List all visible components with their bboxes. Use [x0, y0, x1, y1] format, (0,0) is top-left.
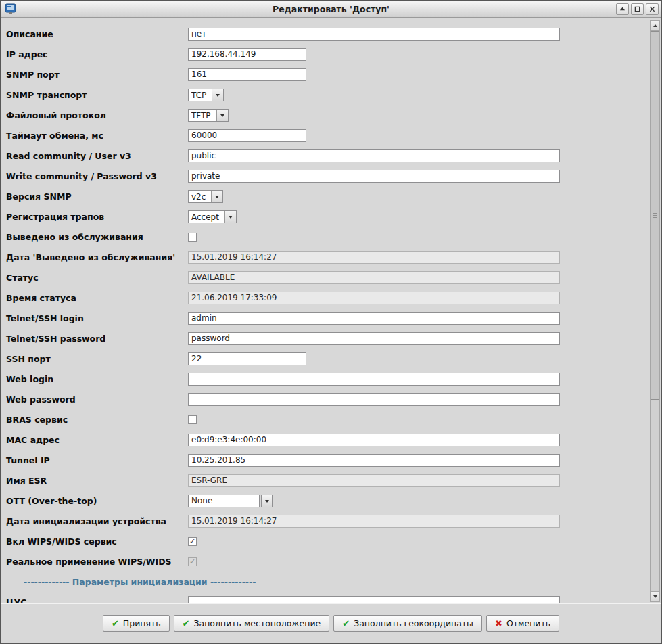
dropdown[interactable]: TFTP	[188, 109, 229, 122]
vertical-scrollbar[interactable]	[650, 20, 660, 602]
text-input[interactable]	[188, 48, 306, 61]
text-input[interactable]	[188, 68, 306, 81]
field-label: OTT (Over-the-top)	[6, 496, 188, 506]
dropdown-value: v2c	[189, 191, 211, 202]
cancel-button[interactable]: ✖ Отменить	[486, 615, 559, 632]
dropdown-value: Accept	[189, 211, 224, 223]
fill-location-button[interactable]: ✔ Заполнить местоположение	[174, 615, 330, 632]
form-scroll-area: ОписаниеIP адресSNMP портSNMP транспортT…	[1, 18, 661, 603]
field-label: Статус	[6, 273, 188, 283]
checkbox: ✓	[188, 557, 197, 566]
field-label: Write community / Password v3	[6, 171, 188, 181]
text-input[interactable]	[188, 393, 560, 406]
form-row: Версия SNMPv2c	[6, 186, 661, 206]
chevron-down-icon[interactable]	[261, 495, 273, 507]
readonly-field	[188, 292, 560, 304]
dropdown-value: TCP	[189, 89, 212, 101]
form-row: MAC адрес	[6, 430, 661, 450]
scrollbar-thumb[interactable]	[651, 31, 659, 400]
dropdown[interactable]: TCP	[188, 89, 224, 101]
window-title: Редактировать 'Доступ'	[1, 4, 661, 14]
check-icon: ✔	[183, 619, 190, 628]
dropdown-value: TFTP	[189, 110, 216, 121]
form-row: SSH порт	[6, 348, 661, 369]
form-row: Регистрация траповAccept	[6, 206, 661, 227]
form-row: Дата инициализации устройства	[6, 511, 661, 531]
dropdown[interactable]: Accept	[188, 210, 237, 223]
text-input[interactable]	[188, 373, 560, 386]
accept-button[interactable]: ✔ Принять	[103, 615, 170, 632]
form-row: Время статуса	[6, 288, 661, 308]
titlebar[interactable]: Редактировать 'Доступ'	[1, 1, 661, 18]
field-label: Дата инициализации устройства	[6, 516, 188, 526]
text-input[interactable]	[188, 312, 560, 325]
edit-form: ОписаниеIP адресSNMP портSNMP транспортT…	[6, 24, 661, 603]
form-row: Write community / Password v3	[6, 166, 661, 186]
check-icon: ✔	[112, 619, 119, 628]
text-input[interactable]	[188, 434, 560, 446]
field-label: Имя ESR	[6, 476, 188, 486]
editable-dropdown	[188, 495, 273, 507]
readonly-field	[188, 515, 560, 528]
section-header: ------------- Параметры инициализации --…	[6, 577, 256, 587]
checkbox[interactable]	[188, 233, 197, 242]
text-input[interactable]	[188, 352, 306, 365]
form-row: IP адрес	[6, 44, 661, 64]
field-label: Таймаут обмена, мс	[6, 131, 188, 141]
dropdown-input[interactable]	[188, 495, 260, 507]
scroll-up-icon[interactable]	[651, 21, 659, 31]
form-row: Telnet/SSH login	[6, 308, 661, 328]
dropdown[interactable]: v2c	[188, 190, 223, 203]
field-label: Регистрация трапов	[6, 212, 188, 222]
maximize-icon[interactable]	[631, 3, 644, 15]
scroll-down-icon[interactable]	[651, 591, 659, 601]
shade-icon[interactable]	[616, 3, 629, 15]
close-icon[interactable]	[646, 3, 659, 15]
field-label: Выведено из обслуживания	[6, 232, 188, 242]
form-row: Файловый протоколTFTP	[6, 105, 661, 125]
form-row: Статус	[6, 267, 661, 288]
form-row: Описание	[6, 24, 661, 44]
form-row: Telnet/SSH password	[6, 328, 661, 348]
field-label: SNMP порт	[6, 70, 188, 80]
text-input[interactable]	[188, 129, 306, 142]
form-row: Web password	[6, 389, 661, 409]
field-label: IP адрес	[6, 49, 188, 60]
form-row: Вкл WIPS/WIDS сервис✓	[6, 531, 661, 551]
app-icon	[5, 3, 16, 14]
text-input[interactable]	[188, 454, 560, 467]
form-row: Дата 'Выведено из обслуживания'	[6, 247, 661, 267]
form-row: Выведено из обслуживания	[6, 227, 661, 247]
form-row: SNMP порт	[6, 64, 661, 85]
field-label: Telnet/SSH password	[6, 334, 188, 344]
text-input[interactable]	[188, 596, 560, 603]
titlebar-buttons	[616, 3, 659, 15]
readonly-field	[188, 251, 560, 264]
field-label: Версия SNMP	[6, 191, 188, 202]
fill-geocoordinates-button[interactable]: ✔ Заполнить геокоординаты	[333, 615, 482, 632]
form-row: ------------- Параметры инициализации --…	[6, 572, 661, 592]
field-label: Файловый протокол	[6, 110, 188, 120]
field-label: BRAS сервис	[6, 415, 188, 425]
field-label: Telnet/SSH login	[6, 313, 188, 323]
chevron-down-icon	[224, 211, 236, 223]
text-input[interactable]	[188, 28, 560, 41]
chevron-down-icon	[216, 110, 228, 121]
form-row: Имя ESR	[6, 470, 661, 490]
field-label: Web login	[6, 374, 188, 384]
cross-icon: ✖	[495, 619, 502, 628]
field-label: Web password	[6, 394, 188, 405]
checkbox[interactable]	[188, 415, 197, 424]
field-label: Tunnel IP	[6, 455, 188, 465]
checkbox[interactable]: ✓	[188, 537, 197, 546]
field-label: SSH порт	[6, 354, 188, 364]
field-label: Дата 'Выведено из обслуживания'	[6, 252, 188, 262]
text-input[interactable]	[188, 170, 560, 183]
readonly-field	[188, 474, 560, 487]
scrollbar-grip	[653, 213, 657, 218]
text-input[interactable]	[188, 332, 560, 345]
chevron-down-icon	[211, 191, 222, 202]
field-label: ЦУС	[6, 597, 188, 603]
text-input[interactable]	[188, 150, 560, 162]
form-row: Реальное применение WIPS/WIDS✓	[6, 551, 661, 572]
